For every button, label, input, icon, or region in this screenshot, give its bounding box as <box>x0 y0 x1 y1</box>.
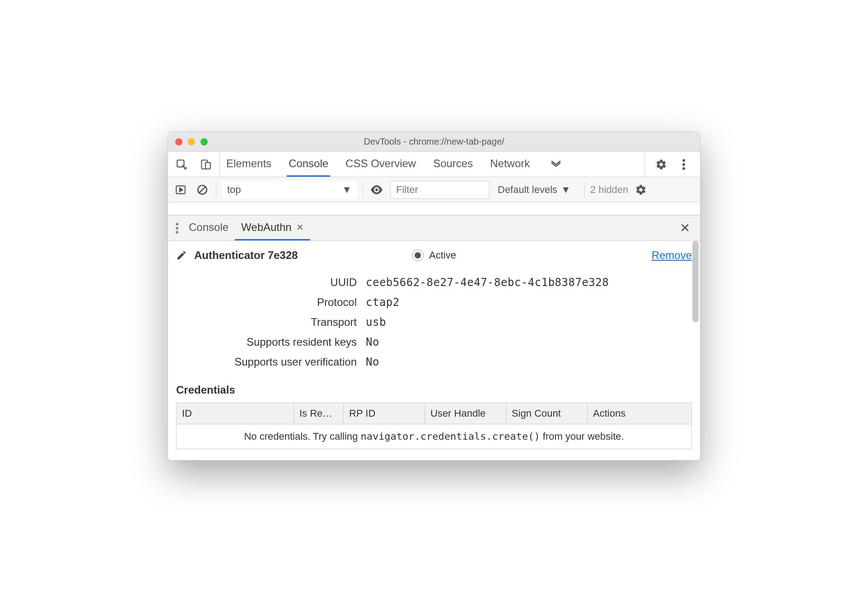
svg-point-5 <box>682 167 685 170</box>
drawer-tab-label: Console <box>189 221 229 234</box>
field-resident-value: No <box>366 336 692 348</box>
col-is-resident[interactable]: Is Re… <box>294 403 344 424</box>
drawer-tab-console[interactable]: Console <box>182 216 235 240</box>
more-tabs-button[interactable] <box>545 152 567 177</box>
field-protocol-label: Protocol <box>176 296 357 309</box>
chevron-down-icon: ▼ <box>561 184 571 196</box>
svg-point-10 <box>176 227 178 230</box>
svg-rect-2 <box>205 162 210 169</box>
field-protocol-value: ctap2 <box>366 296 692 309</box>
live-expression-icon[interactable] <box>369 182 385 198</box>
svg-point-4 <box>682 163 685 166</box>
credentials-title: Credentials <box>176 384 692 396</box>
field-uuid-value: ceeb5662-8e27-4e47-8ebc-4c1b8387e328 <box>366 276 692 289</box>
titlebar: DevTools - chrome://new-tab-page/ <box>168 132 700 152</box>
col-id[interactable]: ID <box>177 403 294 424</box>
svg-point-3 <box>682 159 685 162</box>
edit-icon[interactable] <box>176 250 187 261</box>
scrollbar-thumb[interactable] <box>692 241 699 322</box>
tab-css-overview[interactable]: CSS Overview <box>344 152 418 177</box>
hidden-issues-count[interactable]: 2 hidden <box>590 184 628 196</box>
col-user-handle[interactable]: User Handle <box>425 403 506 424</box>
field-uuid-label: UUID <box>176 276 357 289</box>
remove-authenticator-link[interactable]: Remove <box>652 249 692 262</box>
credentials-header: ID Is Re… RP ID User Handle Sign Count A… <box>177 403 691 424</box>
main-tabs: Elements Console CSS Overview Sources Ne… <box>168 152 700 177</box>
drawer-more-icon[interactable] <box>172 216 182 240</box>
devtools-window: DevTools - chrome://new-tab-page/ Elemen… <box>168 132 700 460</box>
drawer-close-button[interactable]: ✕ <box>673 216 696 240</box>
radio-icon <box>412 249 424 261</box>
drawer-tab-webauthn[interactable]: WebAuthn ✕ <box>235 216 310 240</box>
tab-elements[interactable]: Elements <box>224 152 273 177</box>
authenticator-fields: UUID ceeb5662-8e27-4e47-8ebc-4c1b8387e32… <box>176 273 692 372</box>
window-title: DevTools - chrome://new-tab-page/ <box>168 136 700 147</box>
credentials-empty-message: No credentials. Try calling navigator.cr… <box>177 424 691 449</box>
console-toolbar: top ▼ Default levels ▼ 2 hidden <box>168 177 700 202</box>
chevron-down-icon: ▼ <box>342 184 352 196</box>
authenticator-active-radio[interactable]: Active <box>412 249 456 261</box>
tab-network[interactable]: Network <box>488 152 532 177</box>
authenticator-header: Authenticator 7e328 Active Remove <box>176 249 692 262</box>
drawer-tab-label: WebAuthn <box>241 221 292 234</box>
col-sign-count[interactable]: Sign Count <box>506 403 588 424</box>
field-transport-label: Transport <box>176 316 357 329</box>
console-settings-icon[interactable] <box>633 182 649 198</box>
svg-line-8 <box>200 187 205 193</box>
log-levels-select[interactable]: Default levels ▼ <box>498 184 571 196</box>
col-actions[interactable]: Actions <box>588 403 669 424</box>
col-rp-id[interactable]: RP ID <box>344 403 425 424</box>
clear-console-icon[interactable] <box>194 182 210 198</box>
console-filter-input[interactable] <box>390 181 490 199</box>
field-uv-value: No <box>366 356 692 368</box>
toggle-device-icon[interactable] <box>198 156 214 173</box>
drawer: Console WebAuthn ✕ ✕ Authenticator 7e328… <box>168 215 700 460</box>
inspect-element-icon[interactable] <box>173 156 190 173</box>
settings-icon[interactable] <box>653 156 669 173</box>
field-uv-label: Supports user verification <box>176 356 357 368</box>
credentials-table: ID Is Re… RP ID User Handle Sign Count A… <box>176 403 692 449</box>
console-content-area <box>168 202 700 215</box>
svg-point-9 <box>176 223 178 226</box>
field-resident-label: Supports resident keys <box>176 336 357 348</box>
tab-console[interactable]: Console <box>287 152 330 177</box>
context-select[interactable]: top ▼ <box>222 181 357 199</box>
more-menu-icon[interactable] <box>676 156 692 173</box>
context-select-value: top <box>227 184 241 196</box>
authenticator-title: Authenticator 7e328 <box>194 249 298 262</box>
svg-point-11 <box>176 231 178 234</box>
webauthn-panel: Authenticator 7e328 Active Remove UUID c… <box>168 241 700 460</box>
field-transport-value: usb <box>366 316 692 329</box>
drawer-tabs: Console WebAuthn ✕ ✕ <box>168 216 700 241</box>
tab-sources[interactable]: Sources <box>431 152 475 177</box>
active-label: Active <box>429 249 456 261</box>
log-levels-label: Default levels <box>498 184 557 196</box>
close-icon[interactable]: ✕ <box>296 222 304 233</box>
toggle-sidebar-icon[interactable] <box>173 182 189 198</box>
